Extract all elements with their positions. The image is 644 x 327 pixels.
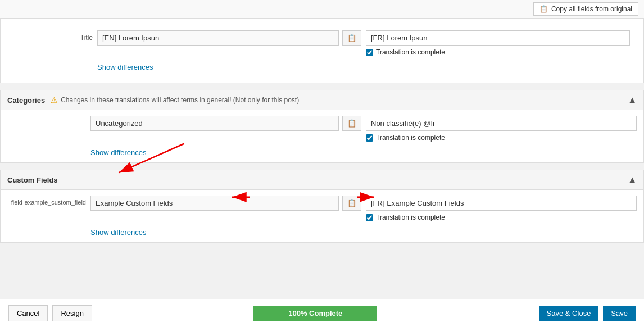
save-button[interactable]: Save xyxy=(603,306,636,321)
custom-fields-field-row: field-example_custom_field 📋 Translation… xyxy=(1,190,643,227)
categories-complete-checkbox[interactable] xyxy=(366,134,373,142)
categories-translation-field: Translation is complete xyxy=(366,116,637,142)
custom-fields-show-diff-row: Show differences xyxy=(1,227,643,242)
custom-fields-header-left: Custom Fields xyxy=(7,176,58,184)
categories-field-row: 📋 Translation is complete xyxy=(1,110,643,147)
categories-show-diff-row: Show differences xyxy=(1,147,643,162)
save-close-button[interactable]: Save & Close xyxy=(539,306,599,321)
custom-fields-translation-input[interactable] xyxy=(366,196,637,211)
categories-translation-input[interactable] xyxy=(366,116,637,131)
title-section: Title 📋 Translation is complete Show dif… xyxy=(0,19,644,83)
categories-warning-text: Changes in these translations will affec… xyxy=(61,96,299,104)
copy-all-button[interactable]: 📋 Copy all fields from original xyxy=(533,2,638,16)
title-original-input[interactable] xyxy=(97,30,339,46)
categories-collapse-button[interactable]: ▲ xyxy=(628,95,637,105)
title-show-diff-link[interactable]: Show differences xyxy=(97,63,153,71)
footer-right: Save & Close Save xyxy=(539,306,636,321)
copy-all-label: Copy all fields from original xyxy=(551,5,632,13)
custom-field-label: field-example_custom_field xyxy=(7,196,86,206)
title-show-diff-row: Show differences xyxy=(7,62,637,77)
categories-field-label xyxy=(7,116,86,119)
footer-bar: Cancel Resign 100% Complete Save & Close… xyxy=(0,299,644,327)
custom-fields-show-diff-link[interactable]: Show differences xyxy=(90,228,147,237)
resign-button[interactable]: Resign xyxy=(52,305,92,321)
custom-fields-copy-button[interactable]: 📋 xyxy=(342,196,361,211)
custom-fields-title: Custom Fields xyxy=(7,176,58,184)
categories-original-input[interactable] xyxy=(90,116,339,131)
categories-section: Categories ⚠ Changes in these translatio… xyxy=(0,90,644,163)
custom-fields-translation-complete: Translation is complete xyxy=(366,214,637,221)
categories-show-diff-link[interactable]: Show differences xyxy=(90,148,147,157)
categories-header: Categories ⚠ Changes in these translatio… xyxy=(1,90,643,110)
custom-fields-original-input[interactable] xyxy=(90,196,339,211)
categories-complete-label: Translation is complete xyxy=(376,134,445,142)
footer-left: Cancel Resign xyxy=(8,305,92,321)
title-translation-field: Translation is complete xyxy=(366,30,630,56)
title-translation-complete: Translation is complete xyxy=(366,48,630,56)
categories-warning: ⚠ Changes in these translations will aff… xyxy=(51,96,299,105)
warning-icon: ⚠ xyxy=(51,96,58,105)
title-original-field: 📋 xyxy=(97,30,361,46)
custom-fields-original-field: 📋 xyxy=(90,196,361,211)
title-field-row: Title 📋 Translation is complete xyxy=(7,25,637,62)
custom-fields-translation-field: Translation is complete xyxy=(366,196,637,221)
categories-copy-button[interactable]: 📋 xyxy=(342,116,361,131)
categories-title: Categories xyxy=(7,96,45,105)
custom-fields-collapse-button[interactable]: ▲ xyxy=(628,175,637,185)
top-bar: 📋 Copy all fields from original xyxy=(0,0,644,19)
custom-fields-complete-checkbox[interactable] xyxy=(366,214,373,221)
custom-fields-section: Custom Fields ▲ field-example_custom_fie… xyxy=(0,170,644,243)
custom-fields-header: Custom Fields ▲ xyxy=(1,170,643,190)
title-copy-button[interactable]: 📋 xyxy=(342,30,361,46)
categories-original-field: 📋 xyxy=(90,116,361,131)
cancel-button[interactable]: Cancel xyxy=(8,305,48,321)
title-label: Title xyxy=(14,30,93,42)
title-complete-label: Translation is complete xyxy=(376,48,445,56)
title-complete-checkbox[interactable] xyxy=(366,49,373,56)
title-translation-input[interactable] xyxy=(366,30,630,46)
categories-header-left: Categories ⚠ Changes in these translatio… xyxy=(7,96,299,105)
categories-translation-complete: Translation is complete xyxy=(366,134,637,142)
progress-bar-container: 100% Complete xyxy=(92,306,539,321)
progress-bar: 100% Complete xyxy=(253,306,377,321)
copy-icon: 📋 xyxy=(539,5,548,13)
custom-fields-complete-label: Translation is complete xyxy=(376,214,445,221)
